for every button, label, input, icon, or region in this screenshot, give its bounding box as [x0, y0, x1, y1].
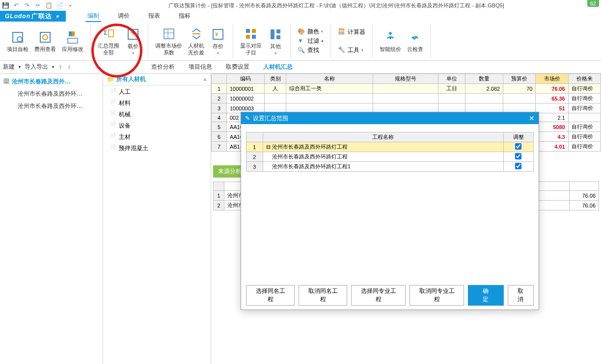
btn-filter[interactable]: ▼过滤 ● — [298, 37, 324, 45]
grid-header[interactable]: 编码 — [226, 74, 264, 84]
modal-row[interactable]: 2 沧州市长春路及西外环路灯工程 — [246, 152, 534, 162]
cut-icon[interactable]: ✂ — [34, 2, 41, 9]
main-tabs: 编制 调价 报表 指标 — [85, 11, 192, 22]
svg-rect-19 — [252, 35, 256, 39]
modal-icon: ✎ — [245, 115, 250, 122]
material-panel: 📁 所有人材机 « 人工材料机械设备主材预拌混凝土 — [103, 74, 211, 364]
brand-cn: 广联达 — [31, 12, 52, 21]
btn-summary-scope[interactable]: Σ汇总范围 全部 — [95, 25, 122, 56]
material-category[interactable]: 主材 — [103, 131, 211, 143]
project-child[interactable]: 沧州市长春路及西外环… — [0, 100, 103, 112]
grid-header[interactable]: 市场价 — [536, 74, 568, 84]
btn-find[interactable]: 🔍查找 — [298, 46, 324, 54]
btn-other[interactable]: 其他▾ — [265, 26, 286, 56]
material-category[interactable]: 预拌混凝土 — [103, 143, 211, 154]
btn-cancel-same-major[interactable]: 取消同专业工程 — [410, 285, 464, 306]
svg-point-23 — [389, 37, 391, 39]
subtab-fee-setting[interactable]: 取费设置 — [219, 61, 256, 73]
btn-apply-modify[interactable]: 应用修改 — [59, 28, 86, 53]
qat-dropdown-icon[interactable]: ▾ — [67, 2, 74, 9]
btn-ok[interactable]: 确定 — [468, 285, 504, 306]
adjust-checkbox[interactable] — [515, 153, 521, 159]
subtab-material-summary[interactable]: 人材机汇总 — [256, 61, 300, 73]
modal-title-text: 设置汇总范围 — [253, 114, 288, 123]
titlebar: 💾 ↶ ↷ ✂ 📋 📄 ▾ 广联达预算计价 - [投标管理 - 沧州市长春路及西… — [0, 0, 601, 11]
brand-en: GLodon — [5, 13, 30, 20]
copy-icon[interactable]: 📋 — [45, 2, 52, 9]
tab-bianzhi[interactable]: 编制 — [85, 11, 101, 22]
svg-rect-2 — [40, 32, 50, 42]
btn-cancel[interactable]: 取消 — [508, 285, 534, 306]
btn-cloud-check[interactable]: 云检查 — [404, 28, 426, 53]
svg-text:¥: ¥ — [215, 31, 219, 38]
paste-icon[interactable]: 📄 — [56, 2, 63, 9]
material-category[interactable]: 材料 — [103, 98, 211, 109]
project-root[interactable]: 沧州市长春路及西外… — [0, 76, 103, 88]
adjust-checkbox[interactable] — [515, 163, 521, 169]
save-icon[interactable]: 💾 — [2, 2, 9, 9]
btn-adjust-market-coef[interactable]: 调整市场价 系数 — [152, 25, 185, 56]
grid-row[interactable]: 110000001人综合用工一类工日2.0827076.06自行询价 — [212, 84, 601, 94]
tab-zhibiao[interactable]: 指标 — [177, 11, 192, 22]
ribbon: 项目自检 费用查看 应用修改 Σ汇总范围 全部 载价▾ 调整市场价 系数 人材机… — [0, 22, 601, 61]
modal-titlebar[interactable]: ✎ 设置汇总范围 ✕ — [241, 112, 539, 124]
svg-point-3 — [43, 35, 48, 40]
brand-dropdown-icon[interactable]: ▾ — [56, 14, 59, 19]
btn-show-corresponding[interactable]: 显示对应 子目 — [237, 25, 265, 56]
svg-rect-20 — [271, 29, 274, 39]
grid-header[interactable]: 规格型号 — [373, 74, 438, 84]
btn-move-down-icon[interactable]: ⬇ — [67, 64, 72, 71]
grid-header[interactable]: 类别 — [265, 74, 286, 84]
svg-rect-10 — [164, 29, 174, 39]
modal-close-icon[interactable]: ✕ — [529, 114, 535, 122]
btn-load-price[interactable]: 载价▾ — [122, 26, 144, 56]
notification-badge[interactable]: 62 — [587, 0, 599, 7]
material-category[interactable]: 机械 — [103, 109, 211, 120]
sub-toolbar: 新建▾ 导入导出▾ ⬆ ⬇ 造价分析 项目信息 取费设置 人材机汇总 — [0, 61, 601, 74]
modal-footer: 选择同名工程 取消同名工程 选择同专业工程 取消同专业工程 确定 取消 — [241, 281, 539, 310]
col-adjust: 调整 — [503, 132, 533, 142]
btn-no-price-diff[interactable]: 人材机 无价差 — [185, 25, 207, 56]
btn-project-selfcheck[interactable]: 项目自检 — [4, 28, 31, 53]
redo-icon[interactable]: ↷ — [24, 2, 30, 9]
material-header: 📁 所有人材机 « — [103, 74, 211, 85]
btn-calculator[interactable]: 🧮计算器 — [338, 28, 365, 36]
tab-tiaojia[interactable]: 调价 — [116, 11, 132, 22]
btn-select-same-name[interactable]: 选择同名工程 — [246, 285, 295, 306]
project-child[interactable]: 沧州市长春路及西外环… — [0, 88, 103, 100]
btn-save-price[interactable]: ¥存价▾ — [207, 26, 229, 56]
modal-row[interactable]: 1⊟ 沧州市长春路及西外环路灯工程 — [246, 142, 534, 152]
grid-header[interactable]: 数量 — [465, 74, 503, 84]
collapse-icon[interactable]: « — [203, 76, 207, 83]
modal-project-table[interactable]: 工程名称调整 1⊟ 沧州市长春路及西外环路灯工程2 沧州市长春路及西外环路灯工程… — [246, 132, 534, 172]
svg-rect-8 — [109, 30, 113, 37]
material-category[interactable]: 设备 — [103, 120, 211, 131]
adjust-checkbox[interactable] — [515, 143, 521, 150]
modal-row[interactable]: 3 沧州市长春路及西外环路灯工程1 — [246, 162, 534, 172]
material-category[interactable]: 人工 — [103, 86, 211, 98]
folder-icon: 📁 — [107, 76, 114, 83]
btn-color[interactable]: 🎨颜色 ▾ — [298, 27, 324, 36]
grid-header[interactable]: 价格来 — [568, 74, 601, 84]
btn-new[interactable]: 新建 — [3, 63, 15, 71]
subtab-project-info[interactable]: 项目信息 — [182, 61, 219, 73]
btn-smart-price[interactable]: 智能组价 — [377, 28, 404, 53]
col-project-name: 工程名称 — [263, 132, 503, 142]
subtab-cost-analysis[interactable]: 造价分析 — [144, 61, 182, 73]
tab-baobiao[interactable]: 报表 — [146, 11, 162, 22]
btn-tools[interactable]: 🔧工具 ▾ — [338, 46, 365, 54]
quick-access-toolbar: 💾 ↶ ↷ ✂ 📋 📄 ▾ — [2, 2, 74, 9]
grid-header[interactable]: 名称 — [286, 74, 373, 84]
btn-cancel-same-name[interactable]: 取消同名工程 — [299, 285, 347, 306]
svg-rect-17 — [252, 29, 256, 33]
svg-rect-6 — [68, 38, 78, 43]
brand-logo[interactable]: GLodon广联达▾ — [0, 11, 66, 22]
btn-import-export[interactable]: 导入导出 — [25, 63, 48, 71]
btn-select-same-major[interactable]: 选择同专业工程 — [351, 285, 406, 306]
grid-header[interactable]: 预算价 — [503, 74, 536, 84]
undo-icon[interactable]: ↶ — [13, 2, 20, 9]
grid-row[interactable]: 21000000265.36自行询价 — [212, 94, 601, 104]
btn-fee-view[interactable]: 费用查看 — [31, 28, 59, 53]
btn-move-up-icon[interactable]: ⬆ — [58, 64, 63, 71]
grid-header[interactable]: 单位 — [438, 74, 465, 84]
